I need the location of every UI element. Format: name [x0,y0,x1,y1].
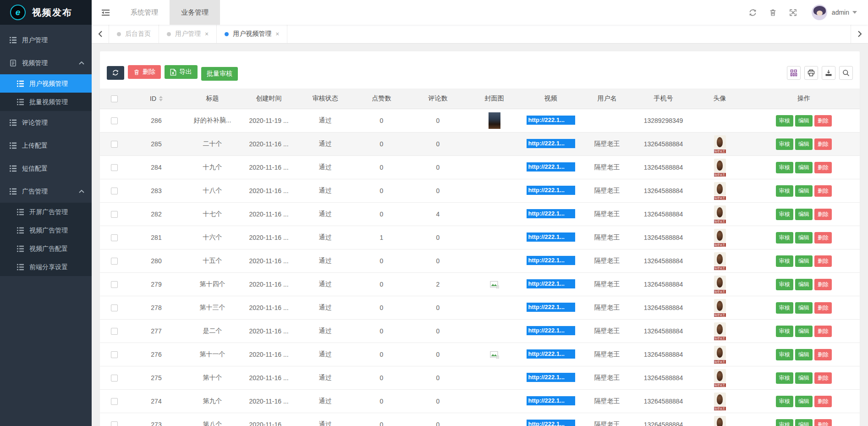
video-url-button[interactable]: http://222.1... [527,186,575,195]
edit-button[interactable]: 编辑 [795,138,813,150]
video-url-button[interactable]: http://222.1... [527,162,575,172]
sidebar-item-user-management[interactable]: 用户管理 [0,28,92,51]
tabs-scroll-right-icon[interactable] [851,25,868,43]
video-url-button[interactable]: http://222.1... [527,420,575,426]
column-header-0[interactable]: ID [128,89,184,109]
user-menu[interactable]: admin [832,9,857,16]
row-checkbox[interactable] [111,328,118,335]
audit-button[interactable]: 审核 [776,279,793,290]
delete-row-button[interactable]: 删除 [814,162,832,173]
video-url-button[interactable]: http://222.1... [527,232,575,242]
edit-button[interactable]: 编辑 [795,115,813,127]
sidebar-toggle-icon[interactable] [92,0,119,25]
delete-row-button[interactable]: 删除 [814,419,832,426]
trash-icon[interactable] [763,9,783,17]
video-url-button[interactable]: http://222.1... [527,303,575,312]
delete-button[interactable]: 删除 [128,65,161,79]
delete-row-button[interactable]: 删除 [814,326,832,337]
edit-button[interactable]: 编辑 [795,372,813,384]
avatar-thumbnail[interactable]: 隔壁老王 [714,369,726,387]
video-url-button[interactable]: http://222.1... [527,279,575,288]
row-checkbox[interactable] [111,421,118,426]
edit-button[interactable]: 编辑 [795,209,813,220]
navbar-tab-system[interactable]: 系统管理 [119,0,170,25]
delete-row-button[interactable]: 删除 [814,302,832,314]
audit-button[interactable]: 审核 [776,209,793,220]
navbar-tab-business[interactable]: 业务管理 [170,0,220,25]
sidebar-item-sms-config[interactable]: 短信配置 [0,157,92,180]
edit-button[interactable]: 编辑 [795,279,813,290]
page-tab-1[interactable]: 用户管理× [159,25,217,43]
video-url-button[interactable]: http://222.1... [527,349,575,359]
close-icon[interactable]: × [205,31,209,37]
columns-button[interactable] [787,66,801,80]
delete-row-button[interactable]: 删除 [814,396,832,407]
video-url-button[interactable]: http://222.1... [527,209,575,218]
sidebar-item-ad-management[interactable]: 广告管理 [0,180,92,203]
edit-button[interactable]: 编辑 [795,349,813,360]
video-url-button[interactable]: http://222.1... [527,396,575,405]
delete-row-button[interactable]: 删除 [814,185,832,197]
sidebar-item-batch-video-management[interactable]: 批量视频管理 [0,93,92,111]
avatar-thumbnail[interactable]: 隔壁老王 [714,416,726,426]
user-avatar[interactable] [812,5,827,20]
avatar-thumbnail[interactable]: 隔壁老王 [714,252,726,270]
export-device-button[interactable] [822,66,835,80]
delete-row-button[interactable]: 删除 [814,138,832,150]
edit-button[interactable]: 编辑 [795,302,813,314]
fullscreen-icon[interactable] [783,9,803,17]
avatar-thumbnail[interactable]: 隔壁老王 [714,205,726,223]
video-url-button[interactable]: http://222.1... [527,373,575,382]
row-checkbox[interactable] [111,258,118,265]
avatar-thumbnail[interactable]: 隔壁老王 [714,229,726,247]
audit-button[interactable]: 审核 [776,232,793,243]
delete-row-button[interactable]: 删除 [814,232,832,243]
page-tab-2[interactable]: 用户视频管理× [217,25,287,43]
avatar-thumbnail[interactable]: 隔壁老王 [714,159,726,177]
avatar-thumbnail[interactable]: 隔壁老王 [714,276,726,293]
edit-button[interactable]: 编辑 [795,185,813,197]
avatar-thumbnail[interactable]: 隔壁老王 [714,322,726,340]
sidebar-item-comment-management[interactable]: 评论管理 [0,111,92,134]
row-checkbox[interactable] [111,375,118,382]
row-checkbox[interactable] [111,117,118,124]
video-url-button[interactable]: http://222.1... [527,326,575,335]
edit-button[interactable]: 编辑 [795,419,813,426]
edit-button[interactable]: 编辑 [795,255,813,267]
sidebar-item-user-video-management[interactable]: 用户视频管理 [0,74,92,93]
video-url-button[interactable]: http://222.1... [527,116,575,125]
delete-row-button[interactable]: 删除 [814,372,832,384]
delete-row-button[interactable]: 删除 [814,349,832,360]
audit-button[interactable]: 审核 [776,396,793,407]
row-checkbox[interactable] [111,141,118,148]
video-url-button[interactable]: http://222.1... [527,256,575,265]
edit-button[interactable]: 编辑 [795,232,813,243]
row-checkbox[interactable] [111,351,118,358]
row-checkbox[interactable] [111,188,118,194]
audit-button[interactable]: 审核 [776,302,793,314]
avatar-thumbnail[interactable]: 隔壁老王 [714,135,726,153]
delete-row-button[interactable]: 删除 [814,209,832,220]
audit-button[interactable]: 审核 [776,419,793,426]
delete-row-button[interactable]: 删除 [814,279,832,290]
avatar-thumbnail[interactable]: 隔壁老王 [714,299,726,317]
sidebar-item-splash-ad-management[interactable]: 开屏广告管理 [0,203,92,221]
row-checkbox[interactable] [111,281,118,288]
edit-button[interactable]: 编辑 [795,326,813,337]
audit-button[interactable]: 审核 [776,185,793,197]
row-checkbox[interactable] [111,304,118,311]
row-checkbox[interactable] [111,211,118,218]
batch-audit-button[interactable]: 批量审核 [201,67,238,81]
sidebar-item-video-ad-management[interactable]: 视频广告管理 [0,221,92,239]
audit-button[interactable]: 审核 [776,162,793,173]
audit-button[interactable]: 审核 [776,349,793,360]
sidebar-item-video-ad-config[interactable]: 视频广告配置 [0,239,92,258]
printer-button[interactable] [804,66,818,80]
row-checkbox[interactable] [111,234,118,241]
audit-button[interactable]: 审核 [776,372,793,384]
avatar-thumbnail[interactable]: 隔壁老王 [714,182,726,200]
close-icon[interactable]: × [275,31,279,37]
audit-button[interactable]: 审核 [776,326,793,337]
sidebar-item-share-settings[interactable]: 前端分享设置 [0,258,92,276]
edit-button[interactable]: 编辑 [795,396,813,407]
